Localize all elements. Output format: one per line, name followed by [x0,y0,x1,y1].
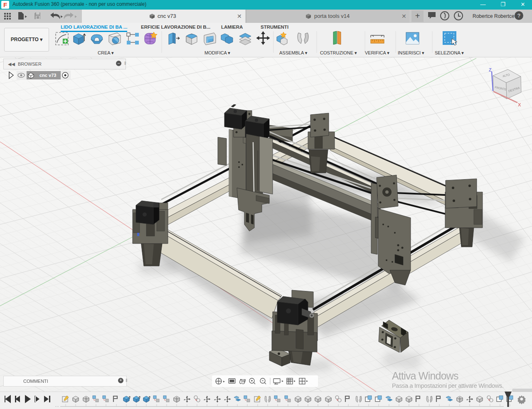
svg-text:Passa a Impostazioni per attiv: Passa a Impostazioni per attivare Window… [392,382,504,389]
svg-text:Attiva Windows: Attiva Windows [392,370,458,382]
svg-text:Z: Z [489,67,492,72]
svg-text:cnc v73: cnc v73 [39,73,56,78]
svg-text:X: X [518,102,521,107]
